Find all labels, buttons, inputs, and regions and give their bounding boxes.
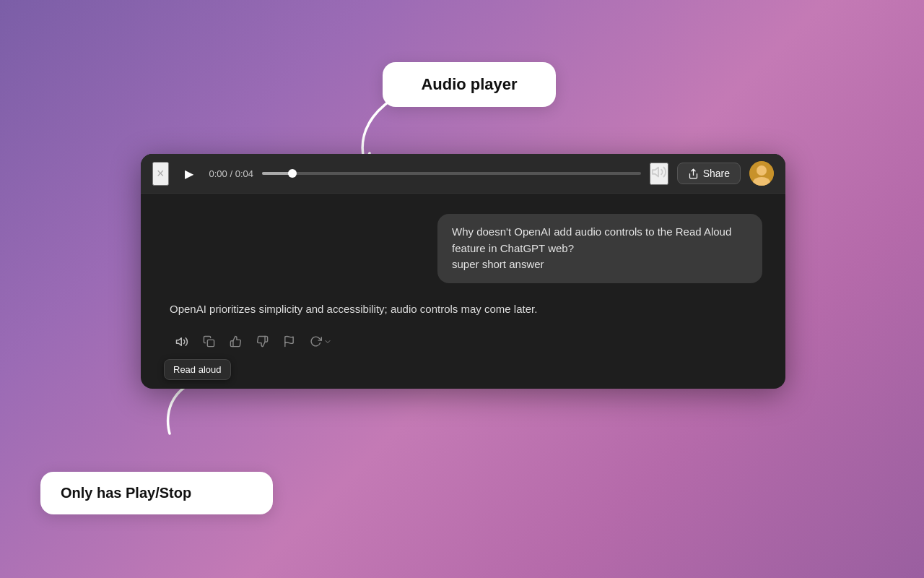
- read-aloud-tooltip: Read aloud: [164, 359, 231, 380]
- audio-share-button[interactable]: Share: [677, 163, 741, 184]
- chat-window: × ▶ 0:00 / 0:04 Share: [141, 154, 785, 389]
- tooltip-text: Read aloud: [173, 364, 222, 375]
- thumbs-up-icon: [230, 335, 242, 348]
- share-label: Share: [703, 168, 730, 179]
- audio-time: 0:00 / 0:04: [209, 168, 253, 179]
- play-icon: ▶: [185, 167, 193, 181]
- svg-point-3: [757, 165, 767, 176]
- thumbs-down-icon: [256, 335, 269, 348]
- flag-button[interactable]: [277, 331, 301, 352]
- regenerate-button[interactable]: [304, 331, 338, 352]
- svg-marker-0: [652, 167, 658, 176]
- only-play-label: Only has Play/Stop: [61, 485, 191, 501]
- chevron-down-icon: [323, 337, 332, 346]
- copy-button[interactable]: [197, 331, 221, 352]
- user-message-text: Why doesn't OpenAI add audio controls to…: [452, 224, 748, 273]
- user-avatar: [749, 161, 774, 186]
- thumbs-down-button[interactable]: [250, 331, 274, 352]
- thumbs-up-button[interactable]: [224, 331, 248, 352]
- audio-player-bar: × ▶ 0:00 / 0:04 Share: [141, 154, 785, 194]
- chat-area: Why doesn't OpenAI add audio controls to…: [141, 194, 785, 389]
- audio-player-label: Audio player: [421, 75, 517, 93]
- user-message-bubble: Why doesn't OpenAI add audio controls to…: [437, 214, 762, 283]
- copy-icon: [203, 335, 215, 348]
- svg-marker-5: [177, 337, 182, 345]
- avatar-image: [749, 161, 774, 186]
- chat-bottom-padding: [164, 353, 762, 374]
- svg-rect-6: [207, 340, 214, 346]
- share-icon: [688, 168, 699, 179]
- read-aloud-button[interactable]: [170, 331, 194, 353]
- audio-player-callout: Audio player: [383, 62, 556, 107]
- audio-progress-bar[interactable]: [262, 172, 641, 175]
- ai-response-text: OpenAI prioritizes simplicity and access…: [164, 301, 762, 318]
- volume-icon: [651, 168, 667, 183]
- audio-progress-thumb: [288, 169, 297, 178]
- only-play-callout: Only has Play/Stop: [40, 472, 273, 514]
- action-toolbar: Read aloud: [164, 331, 762, 353]
- audio-play-button[interactable]: ▶: [178, 162, 201, 185]
- audio-volume-button[interactable]: [650, 163, 668, 185]
- speaker-icon: [175, 335, 188, 348]
- audio-close-button[interactable]: ×: [152, 162, 169, 186]
- flag-icon: [283, 335, 295, 348]
- refresh-icon: [310, 335, 322, 348]
